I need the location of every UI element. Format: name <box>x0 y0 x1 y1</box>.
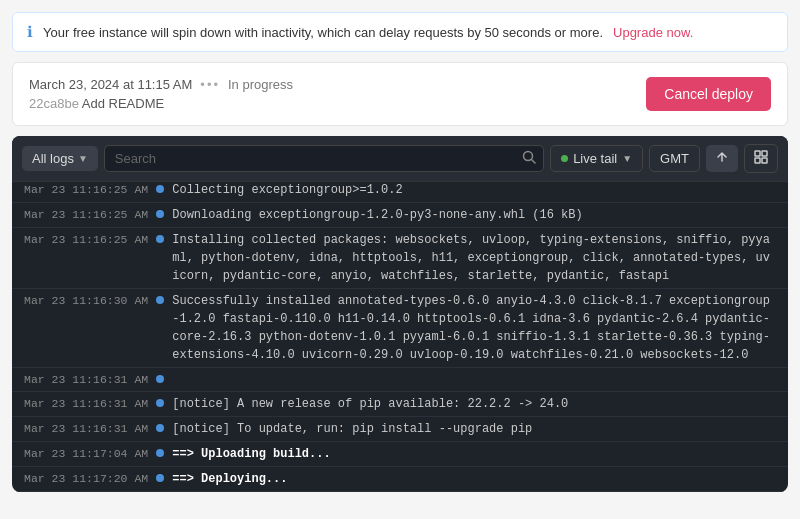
commit-hash: 22ca8be <box>29 96 79 111</box>
log-time: Mar 23 11:16:31 AM <box>24 395 148 412</box>
deploy-status: In progress <box>228 77 293 92</box>
log-message: ==> Deploying... <box>172 470 287 488</box>
svg-line-1 <box>532 160 536 164</box>
log-message: Downloading exceptiongroup-1.2.0-py3-non… <box>172 206 582 224</box>
log-status-dot <box>156 474 164 482</box>
all-logs-button[interactable]: All logs ▼ <box>22 146 98 171</box>
log-message: Installing collected packages: websocket… <box>172 231 776 285</box>
svg-rect-3 <box>762 151 767 156</box>
search-input[interactable] <box>104 145 544 172</box>
log-entry: Mar 23 11:16:31 AM[notice] A new release… <box>12 392 788 417</box>
expand-icon <box>754 150 768 164</box>
log-status-dot <box>156 424 164 432</box>
info-banner: ℹ Your free instance will spin down with… <box>12 12 788 52</box>
log-status-dot <box>156 210 164 218</box>
log-entry: Mar 23 11:16:31 AM <box>12 368 788 392</box>
deploy-bar: March 23, 2024 at 11:15 AM ••• In progre… <box>12 62 788 126</box>
log-entry: Mar 23 11:16:25 AMDownloading exceptiong… <box>12 203 788 228</box>
log-time: Mar 23 11:16:25 AM <box>24 182 148 198</box>
log-time: Mar 23 11:16:25 AM <box>24 231 148 248</box>
live-tail-button[interactable]: Live tail ▼ <box>550 145 643 172</box>
info-icon: ℹ <box>27 23 33 41</box>
live-tail-dot <box>561 155 568 162</box>
search-icon <box>522 150 536 164</box>
svg-rect-5 <box>762 158 767 163</box>
chevron-down-icon: ▼ <box>78 153 88 164</box>
log-entry: Mar 23 11:17:20 AM==> Deploying... <box>12 467 788 492</box>
upgrade-link[interactable]: Upgrade now. <box>613 25 693 40</box>
log-status-dot <box>156 399 164 407</box>
logs-body: Mar 23 11:16:24 AMDownloading charset-1t… <box>12 182 788 492</box>
log-time: Mar 23 11:17:20 AM <box>24 470 148 487</box>
logs-toolbar: All logs ▼ Live tail ▼ GMT <box>12 136 788 182</box>
log-message: Collecting exceptiongroup>=1.0.2 <box>172 182 402 199</box>
expand-button[interactable] <box>744 144 778 173</box>
logs-section: All logs ▼ Live tail ▼ GMT <box>12 136 788 492</box>
log-entry: Mar 23 11:17:04 AM==> Uploading build... <box>12 442 788 467</box>
up-arrow-icon <box>715 150 729 164</box>
all-logs-label: All logs <box>32 151 74 166</box>
log-time: Mar 23 11:16:31 AM <box>24 420 148 437</box>
log-status-dot <box>156 375 164 383</box>
log-time: Mar 23 11:16:30 AM <box>24 292 148 309</box>
gmt-button[interactable]: GMT <box>649 145 700 172</box>
log-status-dot <box>156 296 164 304</box>
deploy-info: March 23, 2024 at 11:15 AM ••• In progre… <box>29 77 293 111</box>
deploy-date: March 23, 2024 at 11:15 AM <box>29 77 192 92</box>
log-time: Mar 23 11:16:31 AM <box>24 371 148 388</box>
search-container <box>104 145 544 172</box>
log-entry: Mar 23 11:16:25 AMCollecting exceptiongr… <box>12 182 788 203</box>
commit-msg-text: Add README <box>82 96 164 111</box>
svg-rect-2 <box>755 151 760 156</box>
log-message: ==> Uploading build... <box>172 445 330 463</box>
log-time: Mar 23 11:17:04 AM <box>24 445 148 462</box>
log-status-dot <box>156 449 164 457</box>
cancel-deploy-button[interactable]: Cancel deploy <box>646 77 771 111</box>
log-message: [notice] A new release of pip available:… <box>172 395 568 413</box>
banner-text: Your free instance will spin down with i… <box>43 25 603 40</box>
deploy-meta: March 23, 2024 at 11:15 AM ••• In progre… <box>29 77 293 92</box>
log-message: [notice] To update, run: pip install --u… <box>172 420 532 438</box>
svg-rect-4 <box>755 158 760 163</box>
deploy-dots: ••• <box>200 77 220 92</box>
scroll-up-button[interactable] <box>706 145 738 172</box>
log-status-dot <box>156 235 164 243</box>
log-entry: Mar 23 11:16:31 AM[notice] To update, ru… <box>12 417 788 442</box>
log-message: Successfully installed annotated-types-0… <box>172 292 776 364</box>
log-entry: Mar 23 11:16:25 AMInstalling collected p… <box>12 228 788 289</box>
live-tail-label: Live tail <box>573 151 617 166</box>
log-entry: Mar 23 11:16:30 AMSuccessfully installed… <box>12 289 788 368</box>
log-status-dot <box>156 185 164 193</box>
search-icon-button[interactable] <box>522 150 536 167</box>
live-tail-chevron-icon: ▼ <box>622 153 632 164</box>
deploy-commit: 22ca8be Add README <box>29 96 293 111</box>
log-time: Mar 23 11:16:25 AM <box>24 206 148 223</box>
